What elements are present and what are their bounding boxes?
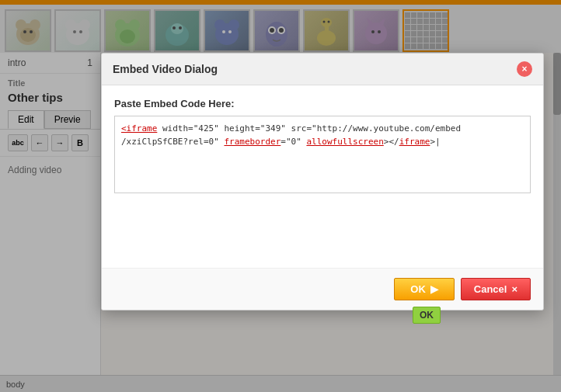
cancel-button[interactable]: Cancel × bbox=[461, 278, 531, 300]
ok-label: OK bbox=[410, 283, 426, 295]
embed-label: Paste Embed Code Here: bbox=[114, 98, 531, 109]
dialog-title: Embed Video Dialog bbox=[113, 63, 218, 75]
dialog-close-button[interactable]: × bbox=[517, 61, 532, 77]
ok-arrow-icon: ▶ bbox=[430, 283, 438, 295]
cancel-x-icon: × bbox=[511, 283, 517, 295]
ok-tooltip: OK bbox=[413, 307, 441, 324]
dialog-footer: OK ▶ Cancel × bbox=[102, 268, 543, 310]
embed-video-dialog: Embed Video Dialog × Paste Embed Code He… bbox=[101, 53, 544, 310]
embed-code-display[interactable]: <iframe width="425" height="349" src="ht… bbox=[114, 116, 531, 193]
embed-code-text: <iframe width="425" height="349" src="ht… bbox=[121, 123, 524, 148]
dialog-spacer bbox=[102, 206, 543, 268]
dialog-header: Embed Video Dialog × bbox=[102, 54, 543, 85]
dialog-body: Paste Embed Code Here: <iframe width="42… bbox=[102, 85, 543, 206]
cancel-label: Cancel bbox=[474, 283, 507, 295]
ok-button[interactable]: OK ▶ bbox=[394, 278, 455, 300]
